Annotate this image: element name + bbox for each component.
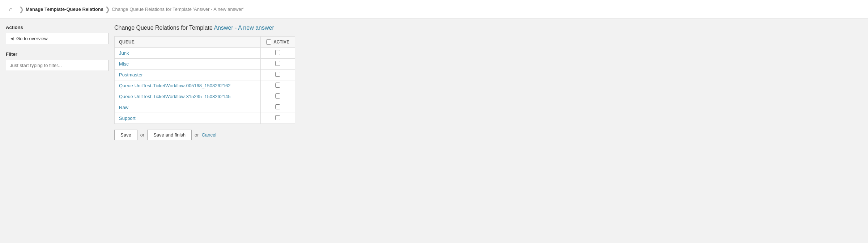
cancel-link[interactable]: Cancel [202,132,216,138]
queue-name-link[interactable]: Raw [119,105,128,110]
table-row: Raw [115,102,295,113]
breadcrumb-item-2: Change Queue Relations for Template 'Ans… [112,7,244,12]
active-checkbox[interactable] [275,50,280,55]
queue-name-link[interactable]: Junk [119,50,129,56]
active-cell [261,102,295,113]
active-checkbox[interactable] [275,72,280,77]
active-cell [261,80,295,91]
or-text-2: or [195,132,199,138]
active-cell [261,113,295,124]
sidebar: Actions ◀ Go to overview Filter [6,25,109,140]
active-all-checkbox[interactable] [266,39,271,45]
table-row: Junk [115,48,295,59]
active-checkbox[interactable] [275,61,280,66]
filter-input[interactable] [6,60,109,71]
table-row: Queue UnitTest-TicketWorkflow-005168_150… [115,80,295,91]
queue-name-cell: Queue UnitTest-TicketWorkflow-315235_150… [115,91,261,102]
queue-name-link[interactable]: Misc [119,61,129,67]
queue-table: QUEUE ACTIVE JunkMiscPostmasterQueue Uni… [114,36,295,124]
save-button[interactable]: Save [114,130,137,140]
breadcrumb-separator-2: ❯ [105,5,110,13]
content-area: Change Queue Relations for Template Answ… [114,25,862,140]
active-checkbox[interactable] [275,83,280,88]
go-to-overview-button[interactable]: ◀ Go to overview [6,33,109,44]
breadcrumb-separator-1: ❯ [19,5,24,13]
active-cell [261,91,295,102]
table-row: Misc [115,59,295,70]
title-link: Answer - A new answer [214,25,274,31]
breadcrumb: ⌂ ❯ Manage Template-Queue Relations ❯ Ch… [0,0,868,19]
home-icon[interactable]: ⌂ [4,3,17,16]
queue-name-cell: Queue UnitTest-TicketWorkflow-005168_150… [115,80,261,91]
content-title: Change Queue Relations for Template Answ… [114,25,862,31]
main-layout: Actions ◀ Go to overview Filter Change Q… [0,19,868,146]
active-checkbox[interactable] [275,104,280,109]
queue-name-cell: Misc [115,59,261,70]
filter-title: Filter [6,51,109,57]
queue-name-link[interactable]: Queue UnitTest-TicketWorkflow-005168_150… [119,83,231,88]
table-row: Support [115,113,295,124]
active-cell [261,70,295,80]
back-arrow-icon: ◀ [10,36,13,41]
filter-section: Filter [6,51,109,71]
queue-name-cell: Junk [115,48,261,59]
title-prefix: Change Queue Relations for Template [114,25,214,31]
col-queue: QUEUE [115,37,261,48]
actions-bar: Save or Save and finish or Cancel [114,130,862,140]
col-active: ACTIVE [261,37,295,48]
queue-name-link[interactable]: Queue UnitTest-TicketWorkflow-315235_150… [119,94,231,99]
save-and-finish-button[interactable]: Save and finish [147,130,192,140]
actions-title: Actions [6,25,109,30]
active-cell [261,59,295,70]
queue-name-cell: Postmaster [115,70,261,80]
queue-name-link[interactable]: Support [119,116,136,121]
active-checkbox[interactable] [275,93,280,99]
table-row: Postmaster [115,70,295,80]
table-header-row: QUEUE ACTIVE [115,37,295,48]
go-to-overview-label: Go to overview [16,36,48,41]
queue-name-link[interactable]: Postmaster [119,72,143,77]
active-checkbox[interactable] [275,115,280,120]
table-row: Queue UnitTest-TicketWorkflow-315235_150… [115,91,295,102]
active-cell [261,48,295,59]
queue-name-cell: Raw [115,102,261,113]
breadcrumb-item-1: Manage Template-Queue Relations [26,7,103,12]
queue-name-cell: Support [115,113,261,124]
or-text-1: or [140,132,145,138]
